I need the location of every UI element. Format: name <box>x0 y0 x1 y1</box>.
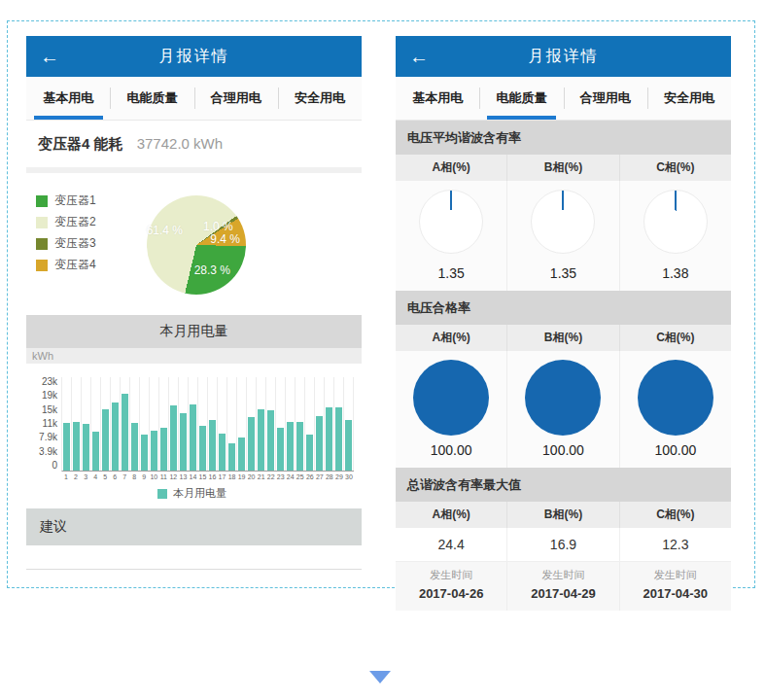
bar-day-22 <box>267 410 274 471</box>
tab-4[interactable]: 安全用电 <box>278 77 362 120</box>
occurrence-date: 2017-04-26 <box>419 586 484 601</box>
right-app-header: ← 月报详情 <box>396 36 731 77</box>
tab-1[interactable]: 基本用电 <box>396 77 479 120</box>
legend-swatch-icon <box>36 195 48 207</box>
legend-label: 变压器2 <box>54 214 96 230</box>
phase-column-label: C相(%) <box>619 325 731 351</box>
energy-value: 37742.0 kWh <box>137 135 223 152</box>
legend-swatch-icon <box>36 260 48 271</box>
y-tick-label: 3.9k <box>30 447 57 457</box>
phase-column-label: B相(%) <box>506 325 618 351</box>
x-tick-label: 22 <box>266 473 276 480</box>
time-label: 发生时间 <box>620 568 731 582</box>
legend-swatch-icon <box>36 217 48 228</box>
x-tick-label: 25 <box>296 473 305 480</box>
bar-day-29 <box>335 407 342 471</box>
legend-swatch-icon <box>157 489 167 499</box>
bar-day-16 <box>209 420 216 471</box>
x-tick-label: 28 <box>325 473 334 480</box>
x-tick-label: 19 <box>237 473 247 480</box>
bar-cell <box>189 377 198 471</box>
occurrence-date: 2017-04-29 <box>531 586 596 601</box>
tab-1[interactable]: 基本用电 <box>26 77 110 120</box>
bar-day-10 <box>151 431 157 471</box>
bar-day-19 <box>238 438 245 471</box>
bar-day-23 <box>277 428 284 471</box>
bar-day-2 <box>73 422 80 471</box>
tab-2[interactable]: 电能质量 <box>110 77 193 120</box>
legend-swatch-icon <box>36 238 48 250</box>
x-tick-label: 29 <box>334 473 344 480</box>
bar-day-12 <box>170 405 177 471</box>
tab-4[interactable]: 安全用电 <box>647 77 731 120</box>
left-app-header: ← 月报详情 <box>26 36 362 77</box>
bar-day-26 <box>306 435 313 471</box>
legend-item: 变压器4 <box>36 257 96 273</box>
legend-item: 变压器3 <box>36 235 96 252</box>
bar-cell <box>247 377 257 471</box>
back-arrow-icon[interactable]: ← <box>40 47 59 66</box>
bar-cell <box>121 377 130 471</box>
bar-day-27 <box>316 416 323 471</box>
bar-cell <box>334 377 344 471</box>
x-tick-label: 5 <box>100 473 110 480</box>
gauge-value: 1.38 <box>662 265 688 281</box>
gauge-cell: 100.00 <box>506 351 618 468</box>
section-header-1: 电压平均谐波含有率 <box>396 121 731 155</box>
bar-cell <box>296 377 305 471</box>
y-tick-label: 11k <box>30 419 57 429</box>
tab-2[interactable]: 电能质量 <box>479 77 563 120</box>
chart-unit-label: kWh <box>26 348 362 364</box>
occurrence-time-row: 发生时间2017-04-26发生时间2017-04-29发生时间2017-04-… <box>396 561 731 611</box>
bar-cell <box>72 377 82 471</box>
phase-column-label: A相(%) <box>396 502 506 528</box>
full-circle-chart <box>525 360 601 436</box>
tab-3[interactable]: 合理用电 <box>564 77 647 120</box>
bar-cell <box>91 377 101 471</box>
x-tick-label: 18 <box>227 473 237 480</box>
bar-cell <box>198 377 208 471</box>
right-screen: ← 月报详情 基本用电电能质量合理用电安全用电 电压平均谐波含有率A相(%)B相… <box>396 36 731 575</box>
pie-slice-label: 9.4 % <box>210 232 240 246</box>
section-header-3: 总谐波含有率最大值 <box>396 468 731 502</box>
transformer-pie-section: 变压器1变压器2变压器3变压器4 61.4 %1.0 %9.4 %28.3 % <box>26 173 362 315</box>
energy-label: 变压器4 能耗 <box>38 135 123 152</box>
x-tick-label: 15 <box>197 473 207 480</box>
gauge-value: 100.00 <box>654 442 696 458</box>
time-label: 发生时间 <box>396 568 506 582</box>
tab-3[interactable]: 合理用电 <box>194 77 278 120</box>
bar-cell <box>315 377 325 471</box>
needle-gauge-chart <box>531 190 595 254</box>
phase-column-label: B相(%) <box>506 155 618 181</box>
tab-label: 电能质量 <box>126 89 177 107</box>
x-tick-label: 7 <box>120 473 129 480</box>
bar-day-5 <box>102 409 109 471</box>
bar-day-24 <box>287 422 294 471</box>
occurrence-date: 2017-04-30 <box>643 586 709 601</box>
bar-cell <box>82 377 91 471</box>
x-tick-label: 8 <box>129 473 139 480</box>
legend-label: 变压器4 <box>54 257 96 273</box>
y-tick-label: 7.9k <box>30 433 57 442</box>
legend-label: 本月用电量 <box>173 486 226 501</box>
y-tick-label: 23k <box>30 377 57 387</box>
back-arrow-icon[interactable]: ← <box>409 47 429 66</box>
bar-day-7 <box>122 394 128 471</box>
phase-column-label: B相(%) <box>506 502 618 528</box>
x-tick-label: 10 <box>149 473 158 480</box>
legend-item: 变压器1 <box>36 192 96 209</box>
full-circle-chart <box>638 360 713 436</box>
active-tab-underline <box>34 116 103 120</box>
pie-legend: 变压器1变压器2变压器3变压器4 <box>36 192 96 278</box>
tab-label: 合理用电 <box>580 89 631 107</box>
bar-cell <box>237 377 247 471</box>
gauge-cell: 1.38 <box>619 181 731 291</box>
gauge-cell: 100.00 <box>396 351 506 468</box>
gauge-value: 1.35 <box>438 265 465 281</box>
gauge-value: 1.35 <box>550 265 576 281</box>
bar-day-1 <box>63 423 70 471</box>
x-axis-labels: 1234567891011121314151617181920212223242… <box>61 473 354 480</box>
bar-cell <box>169 377 179 471</box>
gauge-row: 1.351.351.38 <box>396 181 731 291</box>
gauge-cell: 1.35 <box>506 181 618 291</box>
